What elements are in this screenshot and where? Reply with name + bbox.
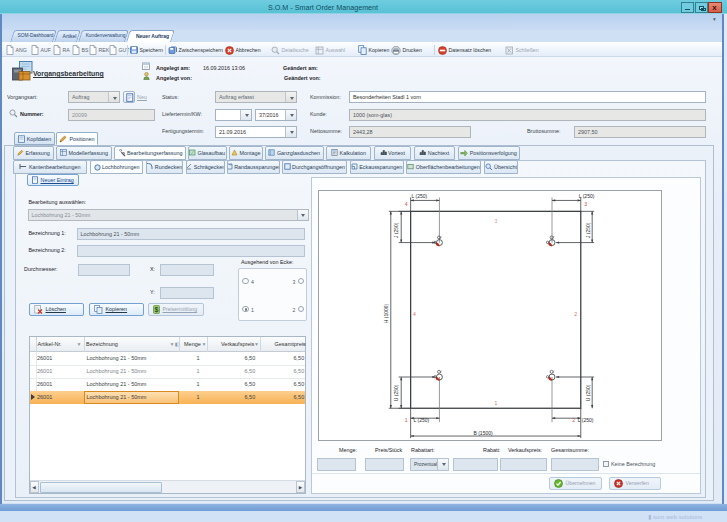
svg-text:L (250): L (250) [412,193,428,198]
svg-text:4: 4 [405,201,408,207]
svg-text:H (1000): H (1000) [384,303,389,323]
svg-text:U (250): U (250) [586,384,591,401]
svg-text:L (250): L (250) [578,417,594,422]
svg-text:3: 3 [584,201,587,207]
svg-text:U (250): U (250) [394,384,399,401]
svg-text:1: 1 [494,400,497,406]
svg-text:B (1500): B (1500) [474,430,493,435]
svg-text:J (250): J (250) [586,222,591,238]
svg-text:$: $ [155,306,159,314]
svg-text:L (250): L (250) [579,193,595,198]
svg-text:J (250): J (250) [394,222,399,238]
svg-text:3: 3 [494,217,497,223]
svg-text:1: 1 [405,416,408,422]
svg-text:4: 4 [413,310,416,316]
svg-text:2: 2 [572,416,575,422]
svg-text:L (250): L (250) [414,417,430,422]
svg-text:2: 2 [574,310,577,316]
